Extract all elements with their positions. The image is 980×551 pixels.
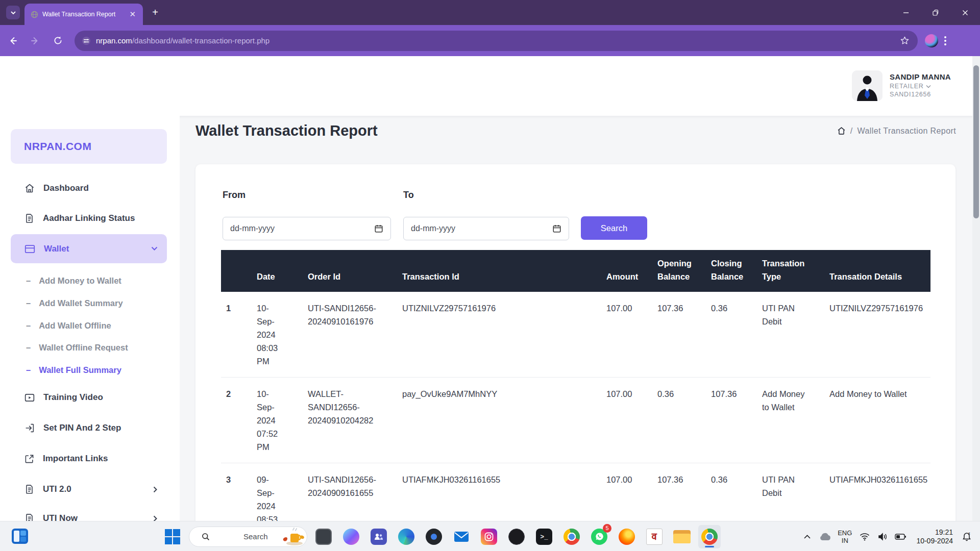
tray-time: 19:21 <box>916 528 953 537</box>
forward-button[interactable] <box>26 31 45 51</box>
chevron-right-icon <box>153 486 158 493</box>
notification-bell-icon[interactable]: z <box>960 527 974 547</box>
browser-profile-avatar[interactable] <box>925 34 938 47</box>
snipping-tool-icon[interactable] <box>312 525 335 548</box>
camera-app-icon[interactable] <box>423 525 445 548</box>
user-profile[interactable]: SANDIP MANNA RETAILER SANDI12656 <box>852 70 951 101</box>
back-button[interactable] <box>3 31 22 51</box>
sidebar-subitem-wallet-full-summary[interactable]: –Wallet Full Summary <box>11 360 167 380</box>
user-id: SANDI12656 <box>890 91 951 98</box>
firefox-icon[interactable] <box>616 525 638 548</box>
report-card: From To dd-mm-yyyy dd-mm-yyyy Search D <box>195 164 955 521</box>
taskbar-clock[interactable]: 19:21 10-09-2024 <box>911 528 956 545</box>
calendar-icon[interactable] <box>374 224 383 233</box>
col-amount: Amount <box>601 250 652 292</box>
instagram-icon[interactable] <box>478 525 500 548</box>
sidebar-item-set-pin-and-2-step[interactable]: Set PIN And 2 Step <box>11 417 167 439</box>
page-title: Wallet Transaction Report <box>195 122 378 139</box>
wallet-card-icon <box>24 244 35 254</box>
search-highlight-image[interactable] <box>280 527 307 547</box>
sidebar-item-uti-now[interactable]: UTI Now <box>11 507 167 521</box>
sidebar-subitem-add-money-to-wallet[interactable]: –Add Money to Wallet <box>11 270 167 291</box>
browser-titlebar: Wallet Transaction Report ✕ + <box>0 0 980 25</box>
breadcrumb-current: Wallet Transaction Report <box>857 127 956 136</box>
site-settings-icon[interactable] <box>82 36 91 45</box>
chrome-active-icon[interactable] <box>698 525 721 548</box>
tab-search-button[interactable] <box>6 6 20 19</box>
scrollbar-thumb[interactable] <box>973 65 979 218</box>
outlook-mail-icon[interactable] <box>450 525 473 548</box>
taskbar: Search >_ 5 <box>0 521 980 551</box>
tray-date: 10-09-2024 <box>916 537 953 545</box>
edge-icon[interactable] <box>395 525 418 548</box>
new-tab-button[interactable]: + <box>149 6 161 18</box>
to-label: To <box>403 190 414 201</box>
file-explorer-icon[interactable] <box>671 525 693 548</box>
threads-icon[interactable] <box>505 525 528 548</box>
user-name: SANDIP MANNA <box>890 72 951 81</box>
tab-title: Wallet Transaction Report <box>42 11 127 18</box>
reload-button[interactable] <box>48 31 67 51</box>
sidebar-item-wallet[interactable]: Wallet <box>11 234 167 263</box>
tray-chevron-up-icon[interactable] <box>800 527 814 547</box>
wifi-icon[interactable] <box>857 527 872 547</box>
sidebar: NRPAN.COM Dashboard Aadhar Linking Statu… <box>0 56 180 521</box>
page-scrollbar[interactable] <box>972 56 980 521</box>
table-row: 2 10-Sep-2024 07:52 PM WALLET-SANDI12656… <box>221 378 930 463</box>
document-icon <box>24 484 34 494</box>
chrome-icon[interactable] <box>560 525 583 548</box>
external-link-icon <box>24 454 34 464</box>
chevron-down-icon <box>151 246 158 251</box>
onedrive-cloud-icon[interactable] <box>818 527 832 547</box>
video-play-icon <box>24 393 35 402</box>
document-icon <box>24 213 34 223</box>
col-transation-details: Transation Details <box>824 250 930 292</box>
tab-close-icon[interactable]: ✕ <box>127 10 138 19</box>
browser-tab[interactable]: Wallet Transaction Report ✕ <box>24 4 143 25</box>
speaker-icon[interactable] <box>875 527 890 547</box>
browser-menu-icon[interactable] <box>944 36 946 45</box>
whatsapp-icon[interactable]: 5 <box>588 525 610 548</box>
restore-button[interactable] <box>921 0 950 25</box>
sidebar-subitem-add-wallet-summary[interactable]: –Add Wallet Summary <box>11 293 167 313</box>
widgets-icon[interactable] <box>10 527 30 546</box>
taskbar-search[interactable]: Search <box>189 527 307 547</box>
table-row: 1 10-Sep-2024 08:03 PM UTI-SANDI12656-20… <box>221 292 930 378</box>
col-transaction-id: Transaction Id <box>397 250 601 292</box>
sidebar-subitem-add-wallet-offline[interactable]: –Add Wallet Offline <box>11 315 167 336</box>
col-sn <box>221 250 252 292</box>
to-date-input[interactable]: dd-mm-yyyy <box>403 217 569 240</box>
terminal-icon[interactable]: >_ <box>533 525 555 548</box>
search-button[interactable]: Search <box>581 216 647 240</box>
sidebar-item-dashboard[interactable]: Dashboard <box>11 177 167 199</box>
language-indicator[interactable]: ENGIN <box>836 529 854 544</box>
battery-icon[interactable] <box>893 527 908 547</box>
home-icon <box>24 183 35 193</box>
col-opening-balance: Opening Balance <box>652 250 706 292</box>
sidebar-brand[interactable]: NRPAN.COM <box>11 129 167 164</box>
browser-toolbar: nrpan.com/dashboard/wallet-transaction-r… <box>0 25 980 56</box>
col-closing-balance: Closing Balance <box>706 250 757 292</box>
calendar-icon[interactable] <box>552 224 561 233</box>
login-arrow-icon <box>24 423 35 433</box>
table-row: 3 09-Sep-2024 08:53 PM UTI-SANDI12656-20… <box>221 463 930 521</box>
sidebar-item-uti-2-0[interactable]: UTI 2.0 <box>11 478 167 500</box>
from-label: From <box>223 190 246 201</box>
sidebar-subitem-wallet-offline-request[interactable]: –Wallet Offline Request <box>11 337 167 358</box>
minimize-button[interactable] <box>891 0 921 25</box>
url-bar[interactable]: nrpan.com/dashboard/wallet-transaction-r… <box>75 31 918 51</box>
close-window-button[interactable] <box>950 0 980 25</box>
teams-icon[interactable] <box>368 525 390 548</box>
breadcrumb-home-icon[interactable] <box>837 127 846 135</box>
user-role[interactable]: RETAILER <box>890 83 951 90</box>
bookmark-star-icon[interactable] <box>900 36 910 45</box>
globe-favicon-icon <box>31 11 38 18</box>
sidebar-item-training-video[interactable]: Training Video <box>11 386 167 409</box>
start-button[interactable] <box>161 525 184 548</box>
hindi-typing-tool-icon[interactable]: व <box>643 525 666 548</box>
from-date-input[interactable]: dd-mm-yyyy <box>223 217 391 240</box>
sidebar-item-aadhar-linking-status[interactable]: Aadhar Linking Status <box>11 207 167 230</box>
sidebar-item-important-links[interactable]: Important Links <box>11 447 167 470</box>
col-transation-type: Transation Type <box>757 250 824 292</box>
copilot-icon[interactable] <box>340 525 362 548</box>
